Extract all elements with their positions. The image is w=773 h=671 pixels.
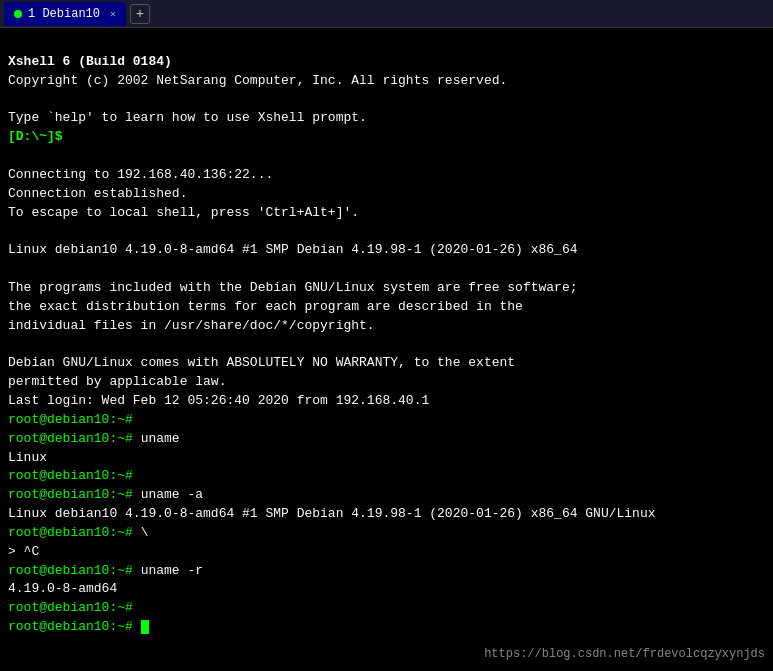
titlebar: 1 Debian10 ✕ + [0, 0, 773, 28]
terminal-output[interactable]: Xshell 6 (Build 0184) Copyright (c) 2002… [0, 28, 773, 671]
tab-status-dot [14, 10, 22, 18]
tab-close-button[interactable]: ✕ [110, 8, 116, 20]
new-tab-button[interactable]: + [130, 4, 150, 24]
active-tab[interactable]: 1 Debian10 ✕ [4, 2, 126, 26]
cursor [141, 620, 149, 634]
watermark: https://blog.csdn.net/frdevolcqzyxynjds [484, 646, 765, 663]
tab-label: 1 Debian10 [28, 7, 100, 21]
terminal-line-0: Xshell 6 (Build 0184) Copyright (c) 2002… [8, 54, 656, 634]
